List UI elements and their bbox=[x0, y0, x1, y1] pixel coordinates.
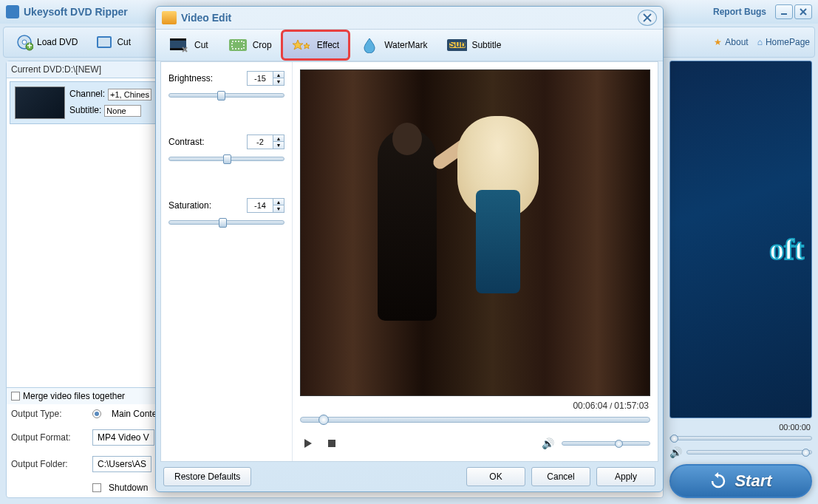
load-dvd-button[interactable]: + Load DVD bbox=[8, 30, 85, 54]
brand-text-fragment: oft bbox=[769, 232, 804, 267]
svg-rect-12 bbox=[170, 38, 186, 41]
dialog-close-button[interactable] bbox=[638, 10, 657, 26]
restore-defaults-button[interactable]: Restore Defaults bbox=[163, 467, 251, 486]
homepage-link[interactable]: ⌂HomePage bbox=[757, 37, 810, 47]
preview-volume-slider[interactable] bbox=[686, 450, 812, 454]
dvd-icon: + bbox=[16, 33, 33, 51]
dvd-thumbnail bbox=[15, 86, 65, 119]
brightness-spinner[interactable]: ▲▼ bbox=[247, 71, 284, 86]
output-format-label: Output Format: bbox=[11, 432, 85, 443]
merge-label: Merge video files together bbox=[23, 391, 125, 401]
channel-select[interactable]: +1, Chines bbox=[108, 89, 151, 101]
film-cut-icon bbox=[95, 33, 113, 51]
preview-time: 00:00:00 bbox=[669, 423, 812, 432]
playback-position: 00:06:04 bbox=[573, 401, 607, 411]
subtitle-icon: Sub bbox=[446, 36, 467, 54]
cut-label-main: Cut bbox=[117, 37, 131, 47]
playback-duration: 01:57:03 bbox=[614, 401, 649, 411]
video-figure-left bbox=[378, 129, 437, 321]
contrast-down-icon[interactable]: ▼ bbox=[273, 142, 284, 149]
saturation-slider[interactable] bbox=[168, 220, 284, 225]
output-folder-field[interactable]: C:\Users\AS bbox=[92, 456, 151, 472]
contrast-spinner[interactable]: ▲▼ bbox=[247, 134, 284, 149]
start-button[interactable]: Start bbox=[669, 464, 812, 498]
tab-cut[interactable]: Cut bbox=[160, 32, 217, 58]
tab-watermark[interactable]: WaterMark bbox=[350, 32, 436, 58]
contrast-slider[interactable] bbox=[168, 157, 284, 161]
saturation-value[interactable] bbox=[248, 199, 273, 212]
merge-checkbox[interactable] bbox=[11, 392, 20, 401]
app-title: Ukeysoft DVD Ripper bbox=[24, 6, 128, 18]
video-preview bbox=[300, 69, 650, 396]
output-folder-label: Output Folder: bbox=[11, 459, 85, 469]
cancel-button[interactable]: Cancel bbox=[531, 467, 590, 486]
contrast-control: Contrast: ▲▼ bbox=[168, 134, 284, 161]
output-type-radio[interactable] bbox=[92, 409, 101, 418]
tab-effect-label: Effect bbox=[317, 40, 339, 50]
dialog-tabs: Cut Crop Effect WaterMark Sub Subtitle bbox=[156, 29, 663, 61]
tab-cut-label: Cut bbox=[194, 40, 208, 50]
playback-slider[interactable] bbox=[300, 417, 650, 423]
playback-time: 00:06:04 / 01:57:03 bbox=[300, 396, 650, 415]
tab-subtitle-label: Subtitle bbox=[471, 40, 501, 50]
dialog-logo-icon bbox=[162, 11, 177, 24]
video-figure-right bbox=[457, 116, 539, 330]
saturation-down-icon[interactable]: ▼ bbox=[273, 205, 284, 212]
saturation-spinner[interactable]: ▲▼ bbox=[247, 198, 284, 213]
brightness-slider[interactable] bbox=[168, 93, 284, 98]
saturation-up-icon[interactable]: ▲ bbox=[273, 199, 284, 205]
effects-panel: Brightness: ▲▼ Contrast: ▲▼ bbox=[161, 62, 293, 461]
dialog-title: Video Edit bbox=[181, 12, 231, 24]
contrast-up-icon[interactable]: ▲ bbox=[273, 135, 284, 142]
dialog-titlebar: Video Edit bbox=[156, 7, 663, 29]
about-link[interactable]: ★About bbox=[714, 37, 748, 47]
watermark-drop-icon bbox=[359, 36, 380, 54]
apply-button[interactable]: Apply bbox=[596, 467, 655, 486]
tab-effect[interactable]: Effect bbox=[282, 31, 349, 59]
scissors-film-icon bbox=[169, 36, 190, 54]
saturation-control: Saturation: ▲▼ bbox=[168, 198, 284, 225]
dialog-volume-slider[interactable] bbox=[562, 441, 650, 446]
output-type-value: Main Conte bbox=[112, 409, 157, 419]
ok-button[interactable]: OK bbox=[466, 467, 525, 486]
svg-rect-19 bbox=[328, 440, 335, 447]
subtitle-label: Subtitle: bbox=[69, 105, 101, 117]
play-button[interactable] bbox=[300, 436, 316, 451]
svg-text:Sub: Sub bbox=[449, 39, 466, 50]
start-label: Start bbox=[735, 471, 771, 491]
volume-icon[interactable]: 🔊 bbox=[669, 446, 682, 458]
subtitle-select[interactable]: None bbox=[104, 105, 141, 117]
shutdown-label: Shutdown bbox=[109, 483, 148, 493]
svg-text:+: + bbox=[27, 41, 32, 51]
output-type-label: Output Type: bbox=[11, 409, 85, 419]
preview-seek-slider[interactable] bbox=[669, 436, 812, 440]
tab-crop[interactable]: Crop bbox=[219, 32, 281, 58]
home-icon: ⌂ bbox=[757, 37, 763, 47]
report-bugs-link[interactable]: Report Bugs bbox=[713, 7, 766, 17]
preview-box: oft bbox=[669, 61, 812, 418]
output-format-select[interactable]: MP4 Video V bbox=[92, 429, 154, 446]
about-label: About bbox=[725, 37, 748, 47]
refresh-icon bbox=[709, 472, 727, 490]
saturation-label: Saturation: bbox=[168, 200, 211, 211]
volume-icon-dialog[interactable]: 🔊 bbox=[542, 437, 554, 449]
contrast-value[interactable] bbox=[248, 135, 273, 149]
brightness-down-icon[interactable]: ▼ bbox=[273, 78, 284, 85]
brightness-up-icon[interactable]: ▲ bbox=[273, 72, 284, 78]
star-icon: ★ bbox=[714, 37, 722, 47]
stop-button[interactable] bbox=[324, 436, 340, 451]
preview-panel: oft 00:00:00 🔊 Start bbox=[669, 61, 812, 498]
minimize-button[interactable] bbox=[775, 4, 793, 19]
tab-watermark-label: WaterMark bbox=[384, 40, 427, 50]
app-logo-icon bbox=[6, 5, 19, 18]
video-panel: 00:06:04 / 01:57:03 🔊 bbox=[293, 62, 658, 461]
shutdown-checkbox[interactable] bbox=[92, 483, 101, 492]
brightness-control: Brightness: ▲▼ bbox=[168, 71, 284, 98]
svg-point-4 bbox=[22, 40, 27, 44]
close-button[interactable] bbox=[794, 4, 812, 19]
dialog-footer: Restore Defaults OK Cancel Apply bbox=[156, 462, 663, 491]
tab-subtitle[interactable]: Sub Subtitle bbox=[437, 32, 510, 58]
cut-button-main[interactable]: Cut bbox=[88, 30, 138, 54]
brightness-value[interactable] bbox=[248, 72, 273, 85]
channel-label: Channel: bbox=[69, 89, 105, 101]
